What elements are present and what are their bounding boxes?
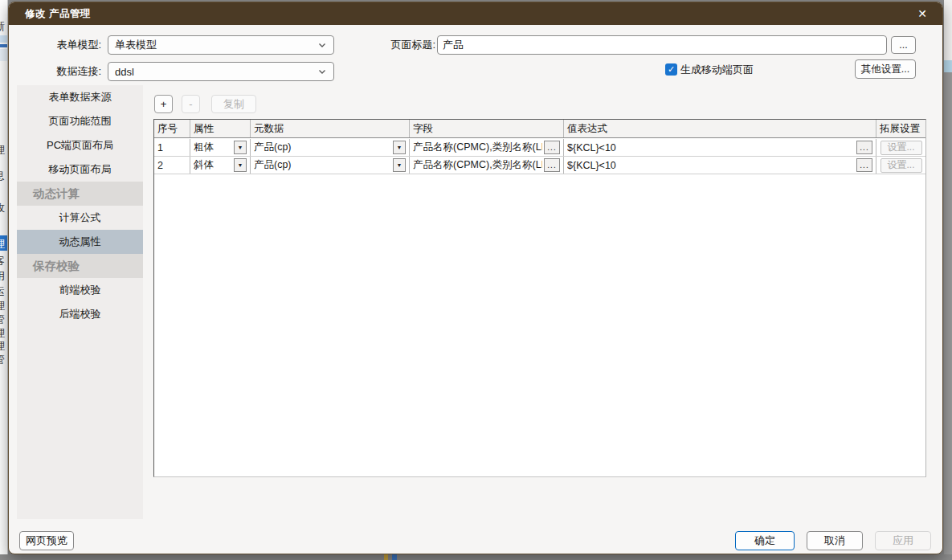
page-title-input[interactable] xyxy=(437,35,887,55)
sidebar-item-pc-page-layout[interactable]: PC端页面布局 xyxy=(17,133,143,157)
sidebar-item-dynamic-attribute[interactable]: 动态属性 xyxy=(17,230,143,254)
chevron-down-icon xyxy=(317,40,327,50)
remove-row-button[interactable]: - xyxy=(182,95,200,113)
background-nav-char: 收 xyxy=(0,201,5,215)
expression-cell: ${KCL}<10 ... xyxy=(564,157,876,174)
row-index-cell: 2 xyxy=(154,157,190,174)
sidebar-item-backend-validation[interactable]: 后端校验 xyxy=(17,302,143,326)
settings-button[interactable]: 设置... xyxy=(880,158,922,173)
attribute-table: 序号 属性 元数据 字段 值表达式 拓展设置 1 粗体 ▼ 产品(cp) ▼ 产… xyxy=(153,119,926,477)
form-model-value: 单表模型 xyxy=(115,38,317,52)
background-nav-char: 新 xyxy=(0,19,5,34)
chevron-down-icon xyxy=(317,67,327,76)
attribute-cell-dropdown[interactable]: 粗体 ▼ xyxy=(190,139,251,156)
web-preview-button[interactable]: 网页预览 xyxy=(19,531,74,550)
sidebar-section-dynamic-calc: 动态计算 xyxy=(17,182,143,206)
ok-button[interactable]: 确定 xyxy=(735,531,795,550)
apply-button[interactable]: 应用 xyxy=(875,531,931,550)
extended-settings-cell: 设置... xyxy=(876,157,925,174)
field-cell: 产品名称(CPMC),类别名称(LB... ... xyxy=(410,139,564,156)
attribute-cell-dropdown[interactable]: 斜体 ▼ xyxy=(190,157,251,174)
data-connection-label: 数据连接: xyxy=(29,62,101,81)
background-right-strip xyxy=(944,0,952,560)
field-more-button[interactable]: ... xyxy=(544,158,560,172)
background-nav-char: 管 xyxy=(0,353,5,367)
dropdown-arrow-icon[interactable]: ▼ xyxy=(393,158,406,172)
background-taskbar-fragment xyxy=(392,554,397,560)
row-index-cell: 1 xyxy=(154,139,190,156)
background-nav-char: 息 xyxy=(0,169,5,183)
field-more-button[interactable]: ... xyxy=(544,141,560,154)
close-icon[interactable]: ✕ xyxy=(912,6,933,22)
form-model-select[interactable]: 单表模型 xyxy=(108,35,334,55)
background-nav-char: 理 xyxy=(0,237,5,251)
data-connection-value: ddsl xyxy=(115,66,317,78)
background-fragment xyxy=(944,60,952,72)
other-settings-button[interactable]: 其他设置... xyxy=(855,59,916,79)
col-header-extended-settings: 拓展设置 xyxy=(876,120,925,137)
settings-button[interactable]: 设置... xyxy=(880,141,922,155)
background-bottom-strip xyxy=(0,554,952,560)
sidebar-item-page-function-scope[interactable]: 页面功能范围 xyxy=(17,109,143,133)
col-header-attribute: 属性 xyxy=(190,120,251,137)
background-taskbar-fragment xyxy=(384,554,388,560)
table-row: 1 粗体 ▼ 产品(cp) ▼ 产品名称(CPMC),类别名称(LB... ..… xyxy=(154,139,925,157)
metadata-value: 产品(cp) xyxy=(254,158,391,172)
expression-value: ${KCL}<10 xyxy=(567,142,855,153)
add-row-button[interactable]: + xyxy=(154,95,173,113)
page-title-more-button[interactable]: ... xyxy=(891,36,916,54)
col-header-value-expression: 值表达式 xyxy=(564,120,876,137)
attribute-value: 粗体 xyxy=(194,141,232,154)
cancel-button[interactable]: 取消 xyxy=(807,531,863,550)
sidebar-item-form-data-source[interactable]: 表单数据来源 xyxy=(17,85,143,109)
background-nav-char: 客 xyxy=(0,254,5,268)
sidebar-item-frontend-validation[interactable]: 前端校验 xyxy=(17,278,143,302)
expression-cell: ${KCL}<10 ... xyxy=(564,139,876,156)
metadata-cell-dropdown[interactable]: 产品(cp) ▼ xyxy=(251,157,410,174)
dialog-titlebar[interactable]: 修改 产品管理 ✕ xyxy=(9,2,942,25)
mobile-page-checkbox[interactable]: ✓ xyxy=(665,63,677,76)
background-nav-char: 运 xyxy=(0,284,5,299)
background-nav-char: 管 xyxy=(0,313,5,327)
background-toolbar-fragment xyxy=(0,49,8,61)
mobile-page-checkbox-label: 生成移动端页面 xyxy=(680,63,754,77)
background-toolbar-fragment xyxy=(0,35,8,43)
metadata-cell-dropdown[interactable]: 产品(cp) ▼ xyxy=(251,139,410,156)
page-title-label: 页面标题: xyxy=(367,35,435,55)
expression-more-button[interactable]: ... xyxy=(856,141,872,154)
form-model-label: 表单模型: xyxy=(29,35,101,55)
col-header-index: 序号 xyxy=(154,120,190,137)
attribute-value: 斜体 xyxy=(194,158,232,172)
dialog-title: 修改 产品管理 xyxy=(9,7,91,21)
background-left-strip: 新 理 息 收 理 客 用 运 理 管 理 理 管 xyxy=(0,0,8,554)
background-nav-char: 理 xyxy=(0,339,5,354)
modify-product-dialog: 修改 产品管理 ✕ 表单模型: 单表模型 页面标题: ... 数据连接: dds… xyxy=(8,2,943,554)
col-header-metadata: 元数据 xyxy=(251,120,410,137)
dropdown-arrow-icon[interactable]: ▼ xyxy=(234,141,247,154)
copy-row-button[interactable]: 复制 xyxy=(211,95,256,113)
field-value: 产品名称(CPMC),类别名称(LB... xyxy=(413,158,542,172)
expression-more-button[interactable]: ... xyxy=(856,158,872,172)
table-header-row: 序号 属性 元数据 字段 值表达式 拓展设置 xyxy=(154,120,925,138)
dropdown-arrow-icon[interactable]: ▼ xyxy=(234,158,247,172)
field-value: 产品名称(CPMC),类别名称(LB... xyxy=(413,141,542,154)
sidebar: 表单数据来源 页面功能范围 PC端页面布局 移动页面布局 动态计算 计算公式 动… xyxy=(17,85,143,519)
data-connection-select[interactable]: ddsl xyxy=(108,62,334,81)
background-nav-char: 理 xyxy=(0,143,5,157)
sidebar-section-save-validation: 保存校验 xyxy=(17,254,143,278)
extended-settings-cell: 设置... xyxy=(876,139,925,156)
background-toolbar-fragment xyxy=(0,44,8,47)
col-header-field: 字段 xyxy=(410,120,564,137)
metadata-value: 产品(cp) xyxy=(254,141,391,154)
expression-value: ${KCL}<10 xyxy=(567,160,855,171)
dropdown-arrow-icon[interactable]: ▼ xyxy=(393,141,406,154)
background-fragment xyxy=(944,0,952,60)
background-nav-char: 理 xyxy=(0,299,5,313)
sidebar-item-calc-formula[interactable]: 计算公式 xyxy=(17,206,143,230)
sidebar-item-mobile-page-layout[interactable]: 移动页面布局 xyxy=(17,157,143,182)
background-nav-char: 用 xyxy=(0,269,5,284)
field-cell: 产品名称(CPMC),类别名称(LB... ... xyxy=(410,157,564,174)
table-row: 2 斜体 ▼ 产品(cp) ▼ 产品名称(CPMC),类别名称(LB... ..… xyxy=(154,157,925,174)
